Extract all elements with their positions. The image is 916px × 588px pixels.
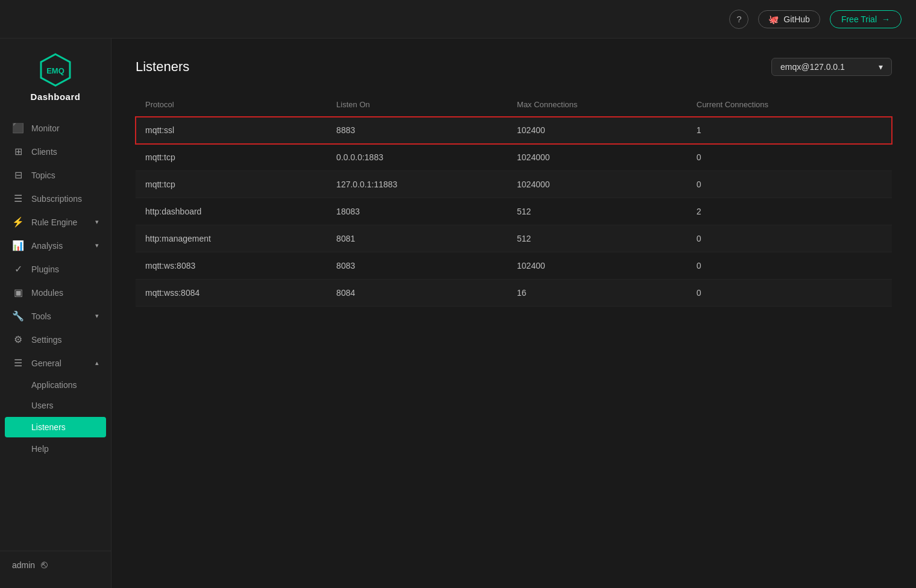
cell-listen_on: 0.0.0.0:1883 xyxy=(327,144,507,171)
cell-max_connections: 1024000 xyxy=(507,171,687,198)
sidebar-item-label: Analysis xyxy=(31,241,63,251)
table-row[interactable]: mqtt:tcp0.0.0.0:188310240000 xyxy=(136,144,892,171)
sidebar-item-analysis[interactable]: 📊 Analysis ▾ xyxy=(0,234,111,257)
chevron-down-icon: ▾ xyxy=(879,62,883,72)
sidebar-item-label: Settings xyxy=(31,335,62,345)
sidebar-item-users[interactable]: Users xyxy=(0,395,111,416)
sidebar-item-label: Plugins xyxy=(31,264,59,274)
cell-protocol: mqtt:wss:8084 xyxy=(136,280,327,307)
sidebar-item-label: General xyxy=(31,358,61,368)
cell-max_connections: 512 xyxy=(507,198,687,225)
sidebar-item-label: Monitor xyxy=(31,124,60,133)
sidebar-item-listeners[interactable]: Listeners xyxy=(5,417,106,437)
sidebar-nav: ⬛ Monitor ⊞ Clients ⊟ Topics ☰ Subscript… xyxy=(0,111,111,551)
layout: EMQ Dashboard ⬛ Monitor ⊞ Clients ⊟ Topi… xyxy=(0,39,916,588)
sidebar-item-rule-engine[interactable]: ⚡ Rule Engine ▾ xyxy=(0,210,111,234)
github-button[interactable]: 🐙 GitHub xyxy=(758,10,820,28)
cell-listen_on: 8084 xyxy=(327,280,507,307)
cell-listen_on: 8883 xyxy=(327,117,507,144)
sidebar-subitem-label: Listeners xyxy=(31,422,66,432)
col-max-connections: Max Connections xyxy=(507,93,687,117)
sidebar-item-topics[interactable]: ⊟ Topics xyxy=(0,163,111,187)
admin-label: admin xyxy=(12,560,35,570)
cell-listen_on: 8081 xyxy=(327,225,507,252)
main-content: Listeners emqx@127.0.0.1 ▾ Protocol List… xyxy=(111,39,916,588)
col-listen-on: Listen On xyxy=(327,93,507,117)
logout-icon[interactable]: ⎋ xyxy=(41,558,48,571)
cell-max_connections: 512 xyxy=(507,225,687,252)
chevron-down-icon: ▾ xyxy=(95,312,99,320)
sidebar: EMQ Dashboard ⬛ Monitor ⊞ Clients ⊟ Topi… xyxy=(0,39,111,588)
sidebar-item-general[interactable]: ☰ General ▴ xyxy=(0,351,111,375)
modules-icon: ▣ xyxy=(12,287,24,298)
sidebar-item-monitor[interactable]: ⬛ Monitor xyxy=(0,116,111,140)
chevron-down-icon: ▾ xyxy=(95,218,99,226)
node-selector[interactable]: emqx@127.0.0.1 ▾ xyxy=(771,58,892,76)
sidebar-item-applications[interactable]: Applications xyxy=(0,375,111,395)
rule-engine-icon: ⚡ xyxy=(12,216,24,228)
topbar: ? 🐙 GitHub Free Trial → xyxy=(0,0,916,39)
monitor-icon: ⬛ xyxy=(12,122,24,134)
chevron-down-icon: ▾ xyxy=(95,242,99,249)
cell-current_connections: 0 xyxy=(687,252,892,280)
sidebar-item-settings[interactable]: ⚙ Settings xyxy=(0,328,111,351)
sidebar-subitem-label: Users xyxy=(31,401,54,410)
table-row[interactable]: http:dashboard180835122 xyxy=(136,198,892,225)
node-selector-value: emqx@127.0.0.1 xyxy=(780,62,845,72)
emq-logo[interactable]: EMQ xyxy=(39,53,72,87)
cell-protocol: http:dashboard xyxy=(136,198,327,225)
cell-listen_on: 8083 xyxy=(327,252,507,280)
table-row[interactable]: http:management80815120 xyxy=(136,225,892,252)
cell-max_connections: 16 xyxy=(507,280,687,307)
subscriptions-icon: ☰ xyxy=(12,193,24,204)
sidebar-footer: admin ⎋ xyxy=(0,551,111,578)
sidebar-item-modules[interactable]: ▣ Modules xyxy=(0,281,111,304)
general-icon: ☰ xyxy=(12,357,24,369)
sidebar-item-label: Topics xyxy=(31,170,55,180)
sidebar-item-label: Subscriptions xyxy=(31,194,82,204)
topics-icon: ⊟ xyxy=(12,169,24,181)
svg-text:EMQ: EMQ xyxy=(46,66,64,75)
sidebar-item-label: Rule Engine xyxy=(31,217,77,227)
sidebar-item-clients[interactable]: ⊞ Clients xyxy=(0,140,111,163)
analysis-icon: 📊 xyxy=(12,240,24,251)
table-row[interactable]: mqtt:ssl88831024001 xyxy=(136,117,892,144)
sidebar-item-help[interactable]: Help xyxy=(0,439,111,459)
sidebar-subitem-label: Help xyxy=(31,444,49,454)
sidebar-item-subscriptions[interactable]: ☰ Subscriptions xyxy=(0,187,111,210)
table-row[interactable]: mqtt:ws:808380831024000 xyxy=(136,252,892,280)
table-row[interactable]: mqtt:tcp127.0.0.1:1188310240000 xyxy=(136,171,892,198)
settings-icon: ⚙ xyxy=(12,334,24,345)
main-header: Listeners emqx@127.0.0.1 ▾ xyxy=(136,58,892,76)
page-title: Listeners xyxy=(136,59,189,75)
cell-current_connections: 1 xyxy=(687,117,892,144)
listeners-table: Protocol Listen On Max Connections Curre… xyxy=(136,93,892,307)
cell-current_connections: 0 xyxy=(687,144,892,171)
cell-max_connections: 1024000 xyxy=(507,144,687,171)
sidebar-title: Dashboard xyxy=(31,92,81,102)
sidebar-item-label: Modules xyxy=(31,288,63,298)
arrow-icon: → xyxy=(882,14,890,24)
help-icon[interactable]: ? xyxy=(729,10,748,29)
col-current-connections: Current Connections xyxy=(687,93,892,117)
table-row[interactable]: mqtt:wss:80848084160 xyxy=(136,280,892,307)
table-header: Protocol Listen On Max Connections Curre… xyxy=(136,93,892,117)
cell-max_connections: 102400 xyxy=(507,252,687,280)
cell-listen_on: 18083 xyxy=(327,198,507,225)
cell-protocol: mqtt:tcp xyxy=(136,171,327,198)
plugins-icon: ✓ xyxy=(12,263,24,275)
clients-icon: ⊞ xyxy=(12,146,24,157)
sidebar-item-tools[interactable]: 🔧 Tools ▾ xyxy=(0,304,111,328)
cell-protocol: mqtt:tcp xyxy=(136,144,327,171)
cell-current_connections: 0 xyxy=(687,280,892,307)
cell-protocol: http:management xyxy=(136,225,327,252)
cell-current_connections: 0 xyxy=(687,225,892,252)
sidebar-subitem-label: Applications xyxy=(31,380,77,390)
freetrial-button[interactable]: Free Trial → xyxy=(830,10,902,28)
sidebar-item-plugins[interactable]: ✓ Plugins xyxy=(0,257,111,281)
cell-listen_on: 127.0.0.1:11883 xyxy=(327,171,507,198)
cell-max_connections: 102400 xyxy=(507,117,687,144)
cell-protocol: mqtt:ws:8083 xyxy=(136,252,327,280)
sidebar-item-label: Clients xyxy=(31,147,57,157)
table-body: mqtt:ssl88831024001mqtt:tcp0.0.0.0:18831… xyxy=(136,117,892,307)
